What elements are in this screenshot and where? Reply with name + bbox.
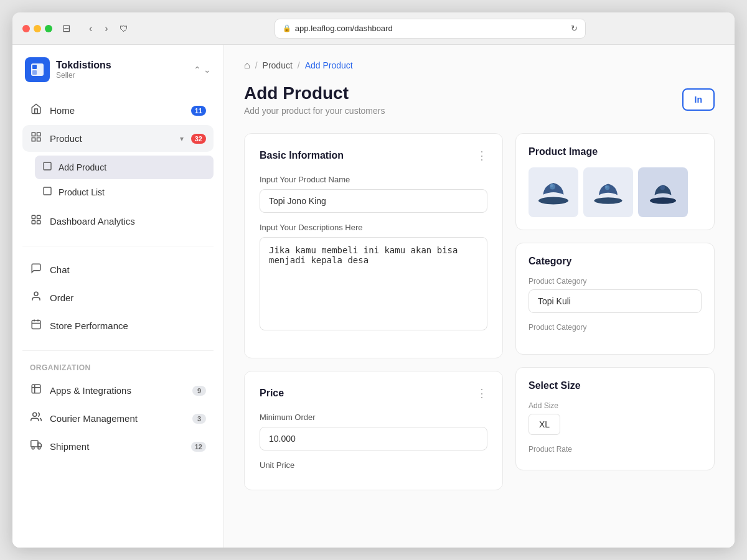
price-menu-icon[interactable]: ⋮ [476, 386, 487, 400]
import-button[interactable]: In [682, 88, 715, 111]
price-title: Price [260, 388, 284, 399]
courier-badge: 3 [192, 414, 206, 424]
category-group-2: Product Category [529, 323, 702, 332]
product-image-2[interactable] [583, 167, 633, 217]
sidebar-item-product-list[interactable]: Product List [35, 180, 214, 204]
breadcrumb-sep-1: / [255, 60, 258, 70]
lock-icon: 🔒 [283, 24, 291, 32]
svg-point-25 [538, 197, 568, 205]
product-name-label: Input Your Product Name [260, 175, 487, 184]
right-column: Product Image [515, 133, 715, 503]
product-image-title: Product Image [529, 146, 702, 157]
close-button[interactable] [22, 25, 30, 32]
content-grid: Basic Information ⋮ Input Your Product N… [244, 133, 715, 503]
sidebar-item-product[interactable]: Product ▾ 32 [22, 125, 214, 152]
category-group-1: Product Category Topi Kuli [529, 277, 702, 313]
sidebar-item-order-label: Order [50, 292, 206, 303]
svg-rect-14 [32, 320, 40, 329]
maximize-button[interactable] [45, 25, 52, 32]
shipment-icon [30, 439, 42, 454]
breadcrumb-product[interactable]: Product [263, 60, 293, 70]
sidebar-item-chat[interactable]: Chat [22, 256, 214, 283]
sidebar-item-courier-label: Courier Management [50, 413, 185, 424]
sidebar-toggle-icon[interactable]: ⊟ [62, 22, 70, 34]
sidebar-item-shipment[interactable]: Shipment 12 [22, 433, 214, 460]
minimize-button[interactable] [34, 25, 41, 32]
shield-icon: 🛡 [120, 24, 128, 34]
min-order-input[interactable] [260, 427, 487, 450]
apps-icon [30, 383, 42, 398]
svg-rect-9 [32, 215, 35, 218]
breadcrumb-add-product: Add Product [305, 60, 353, 70]
page-title: Add Product [244, 83, 385, 103]
product-name-input[interactable] [260, 189, 487, 213]
org-section: Organization Apps & Integrations 9 [12, 356, 223, 466]
min-order-group: Minimum Order [260, 413, 487, 450]
select-size-card: Select Size Add Size XL Product Rate [515, 367, 715, 470]
svg-rect-12 [32, 221, 35, 224]
sidebar-item-home[interactable]: Home 11 [22, 97, 214, 124]
sidebar-item-courier[interactable]: Courier Management 3 [22, 405, 214, 432]
product-desc-textarea[interactable]: Jika kamu membeli ini kamu akan bisa men… [260, 237, 487, 330]
svg-point-24 [38, 447, 40, 449]
divider-2 [22, 350, 214, 351]
svg-point-13 [34, 292, 38, 296]
sidebar-item-home-badge: 11 [191, 106, 206, 116]
sidebar-item-store-label: Store Performance [50, 320, 206, 331]
sidebar-item-store-performance[interactable]: Store Performance [22, 312, 214, 339]
sidebar-item-order[interactable]: Order [22, 284, 214, 311]
sidebar-item-add-product[interactable]: Add Product [35, 156, 214, 179]
svg-rect-7 [44, 162, 51, 170]
brand-header: Tokdistions Seller ⌃ ⌄ [12, 45, 223, 92]
svg-rect-5 [37, 138, 40, 141]
svg-rect-18 [32, 385, 40, 393]
svg-rect-1 [32, 65, 37, 69]
chevron-down-icon: ▾ [180, 134, 184, 143]
product-image-3[interactable] [638, 167, 688, 217]
browser-window: ⊟ ‹ › 🛡 🔒 app.leaflog.com/dashboard ↻ [12, 12, 735, 548]
import-button-label: In [695, 95, 702, 105]
product-image-1[interactable] [529, 167, 578, 217]
org-label: Organization [22, 361, 214, 377]
sidebar-nav: Home 11 Product ▾ 32 [12, 92, 223, 241]
browser-nav: ‹ › [85, 21, 112, 37]
sidebar: Tokdistions Seller ⌃ ⌄ [12, 45, 224, 548]
address-bar[interactable]: 🔒 app.leaflog.com/dashboard ↻ [275, 19, 586, 39]
svg-rect-3 [32, 133, 35, 136]
back-button[interactable]: ‹ [85, 21, 96, 37]
sidebar-item-apps[interactable]: Apps & Integrations 9 [22, 377, 214, 404]
forward-button[interactable]: › [101, 21, 111, 37]
brand-name: Tokdistions [56, 60, 111, 71]
sidebar-item-add-product-label: Add Product [59, 162, 106, 172]
divider-1 [22, 246, 214, 246]
brand-chevron-icon[interactable]: ⌃ ⌄ [194, 65, 211, 75]
add-product-icon [42, 161, 52, 174]
page-subtitle: Add your product for your customers [244, 106, 385, 116]
basic-info-title: Basic Information [260, 150, 344, 161]
card-menu-icon[interactable]: ⋮ [476, 149, 487, 162]
store-performance-icon [30, 319, 42, 333]
product-images [529, 167, 702, 217]
sidebar-item-dashboard-label: Dashboard Analytics [50, 216, 206, 226]
brand-info: Tokdistions Seller [25, 57, 111, 82]
size-chip[interactable]: XL [529, 414, 560, 435]
main-content: ⌂ / Product / Add Product Add Product Ad… [224, 45, 735, 548]
breadcrumb-sep-2: / [298, 60, 300, 70]
content-inner: ⌂ / Product / Add Product Add Product Ad… [224, 45, 735, 518]
home-icon [30, 103, 42, 118]
order-icon [30, 291, 42, 305]
svg-point-30 [605, 185, 608, 188]
add-size-label: Add Size [529, 401, 702, 410]
breadcrumb-home-icon[interactable]: ⌂ [244, 60, 250, 71]
min-order-label: Minimum Order [260, 413, 487, 422]
category-select-1[interactable]: Topi Kuli [529, 289, 702, 313]
refresh-button[interactable]: ↻ [571, 24, 578, 33]
brand-text: Tokdistions Seller [56, 60, 111, 80]
product-desc-group: Input Your Descriptions Here Jika kamu m… [260, 223, 487, 333]
basic-info-card: Basic Information ⋮ Input Your Product N… [244, 133, 503, 358]
sidebar-item-chat-label: Chat [50, 264, 206, 275]
svg-point-23 [32, 447, 34, 449]
sidebar-item-dashboard[interactable]: Dashboard Analytics [22, 208, 214, 235]
svg-rect-10 [37, 215, 40, 218]
url-text: app.leaflog.com/dashboard [295, 24, 393, 33]
